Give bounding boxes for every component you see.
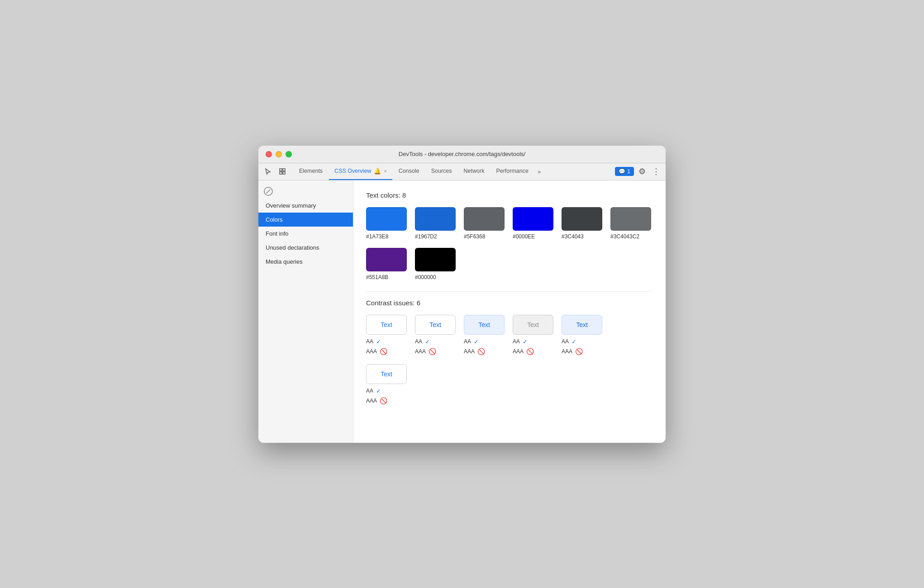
- color-swatch-1967d2[interactable]: [415, 207, 456, 231]
- color-item-551a8b[interactable]: #551A8B: [366, 248, 407, 280]
- title-bar: DevTools - developer.chrome.com/tags/dev…: [258, 146, 666, 163]
- text-colors-title: Text colors: 8: [366, 191, 653, 199]
- section-divider: [366, 291, 653, 292]
- tab-performance[interactable]: Performance: [491, 163, 534, 180]
- aa-row-5: AA ✓: [562, 337, 602, 347]
- contrast-item-1: Text AA ✓ AAA 🚫: [366, 315, 407, 357]
- color-item-5f6368[interactable]: #5F6368: [464, 207, 505, 240]
- color-swatch-5f6368[interactable]: [464, 207, 505, 231]
- contrast-labels-2: AA ✓ AAA 🚫: [415, 337, 456, 357]
- tab-network[interactable]: Network: [458, 163, 490, 180]
- contrast-item-2: Text AA ✓ AAA 🚫: [415, 315, 456, 357]
- contrast-box-5[interactable]: Text: [562, 315, 602, 335]
- color-hex-3c4043c2: #3C4043C2: [610, 233, 639, 240]
- aa-row-6: AA ✓: [366, 387, 407, 396]
- inspect-icon[interactable]: [276, 166, 288, 177]
- aa-row-1: AA ✓: [366, 337, 407, 347]
- color-item-1a73e8[interactable]: #1A73E8: [366, 207, 407, 240]
- aa-pass-icon-4: ✓: [523, 337, 528, 347]
- contrast-labels-4: AA ✓ AAA 🚫: [513, 337, 553, 357]
- svg-rect-3: [283, 172, 285, 174]
- settings-icon[interactable]: ⚙: [637, 166, 648, 176]
- aa-pass-icon-3: ✓: [474, 337, 479, 347]
- aaa-fail-icon-1: 🚫: [380, 346, 387, 356]
- contrast-box-3[interactable]: Text: [464, 315, 505, 335]
- close-button[interactable]: [266, 151, 272, 157]
- color-item-1967d2[interactable]: #1967D2: [415, 207, 456, 240]
- color-swatch-3c4043[interactable]: [562, 207, 602, 231]
- window-title: DevTools - developer.chrome.com/tags/dev…: [399, 151, 525, 157]
- contrast-item-6: Text AA ✓ AAA 🚫: [366, 364, 407, 406]
- aa-row-4: AA ✓: [513, 337, 553, 347]
- sidebar-item-unused-declarations[interactable]: Unused declarations: [258, 241, 353, 255]
- browser-window: DevTools - developer.chrome.com/tags/dev…: [258, 146, 666, 443]
- more-options-icon[interactable]: ⋮: [650, 166, 662, 176]
- contrast-labels-1: AA ✓ AAA 🚫: [366, 337, 407, 357]
- block-icon: [264, 187, 273, 196]
- aaa-fail-icon-2: 🚫: [429, 346, 436, 356]
- aaa-row-4: AAA 🚫: [513, 346, 553, 356]
- aaa-row-3: AAA 🚫: [464, 346, 505, 356]
- color-swatch-1a73e8[interactable]: [366, 207, 407, 231]
- color-swatch-000000[interactable]: [415, 248, 456, 271]
- color-swatch-0000ee[interactable]: [513, 207, 553, 231]
- contrast-grid-row2: Text AA ✓ AAA 🚫: [366, 364, 653, 406]
- color-swatch-3c4043c2[interactable]: [610, 207, 651, 231]
- sidebar-item-media-queries[interactable]: Media queries: [258, 255, 353, 269]
- aa-pass-icon-6: ✓: [376, 387, 381, 396]
- contrast-box-1[interactable]: Text: [366, 315, 407, 335]
- color-item-0000ee[interactable]: #0000EE: [513, 207, 553, 240]
- sidebar-item-font-info[interactable]: Font info: [258, 227, 353, 241]
- aa-pass-icon-5: ✓: [572, 337, 576, 347]
- color-hex-5f6368: #5F6368: [464, 233, 485, 240]
- contrast-item-4: Text AA ✓ AAA 🚫: [513, 315, 553, 357]
- sidebar-icon-row: [258, 184, 353, 199]
- notification-button[interactable]: 💬 1: [615, 167, 634, 176]
- tab-bar: Elements CSS Overview 🔔 × Console Source…: [258, 163, 666, 180]
- color-item-000000[interactable]: #000000: [415, 248, 456, 280]
- contrast-labels-6: AA ✓ AAA 🚫: [366, 387, 407, 406]
- tab-close-icon[interactable]: ×: [384, 168, 386, 174]
- color-hex-0000ee: #0000EE: [513, 233, 535, 240]
- minimize-button[interactable]: [276, 151, 282, 157]
- aa-pass-icon-1: ✓: [376, 337, 381, 347]
- contrast-box-6[interactable]: Text: [366, 364, 407, 384]
- aaa-fail-icon-5: 🚫: [575, 346, 583, 356]
- aaa-row-1: AAA 🚫: [366, 346, 407, 356]
- tab-console[interactable]: Console: [393, 163, 425, 180]
- sidebar-item-colors[interactable]: Colors: [258, 213, 353, 227]
- more-tabs-button[interactable]: »: [535, 168, 543, 175]
- svg-rect-2: [280, 172, 282, 174]
- color-hex-000000: #000000: [415, 274, 436, 280]
- color-hex-1a73e8: #1A73E8: [366, 233, 388, 240]
- aa-row-3: AA ✓: [464, 337, 505, 347]
- main-panel: Text colors: 8 #1A73E8 #1967D2 #5F6368: [353, 180, 666, 443]
- contrast-item-3: Text AA ✓ AAA 🚫: [464, 315, 505, 357]
- aaa-row-5: AAA 🚫: [562, 346, 602, 356]
- traffic-lights: [266, 151, 292, 157]
- tab-sources[interactable]: Sources: [426, 163, 457, 180]
- maximize-button[interactable]: [286, 151, 292, 157]
- svg-rect-1: [283, 169, 285, 171]
- tab-icon-group: [262, 166, 288, 177]
- contrast-box-2[interactable]: Text: [415, 315, 456, 335]
- contrast-grid-row1: Text AA ✓ AAA 🚫: [366, 315, 653, 357]
- color-hex-551a8b: #551A8B: [366, 274, 388, 280]
- cursor-icon[interactable]: [262, 166, 274, 177]
- aaa-fail-icon-3: 🚫: [477, 346, 485, 356]
- contrast-labels-5: AA ✓ AAA 🚫: [562, 337, 602, 357]
- tab-elements[interactable]: Elements: [294, 163, 328, 180]
- color-hex-3c4043: #3C4043: [562, 233, 584, 240]
- tab-css-overview[interactable]: CSS Overview 🔔 ×: [329, 163, 392, 180]
- contrast-issues-title: Contrast issues: 6: [366, 299, 653, 307]
- color-item-3c4043c2[interactable]: #3C4043C2: [610, 207, 651, 240]
- contrast-box-4[interactable]: Text: [513, 315, 553, 335]
- contrast-labels-3: AA ✓ AAA 🚫: [464, 337, 505, 357]
- aaa-row-2: AAA 🚫: [415, 346, 456, 356]
- main-content: Overview summary Colors Font info Unused…: [258, 180, 666, 443]
- color-item-3c4043[interactable]: #3C4043: [562, 207, 602, 240]
- color-swatch-551a8b[interactable]: [366, 248, 407, 271]
- sidebar-item-overview-summary[interactable]: Overview summary: [258, 199, 353, 213]
- tab-bar-right: 💬 1 ⚙ ⋮: [615, 166, 662, 176]
- aaa-fail-icon-6: 🚫: [380, 396, 387, 406]
